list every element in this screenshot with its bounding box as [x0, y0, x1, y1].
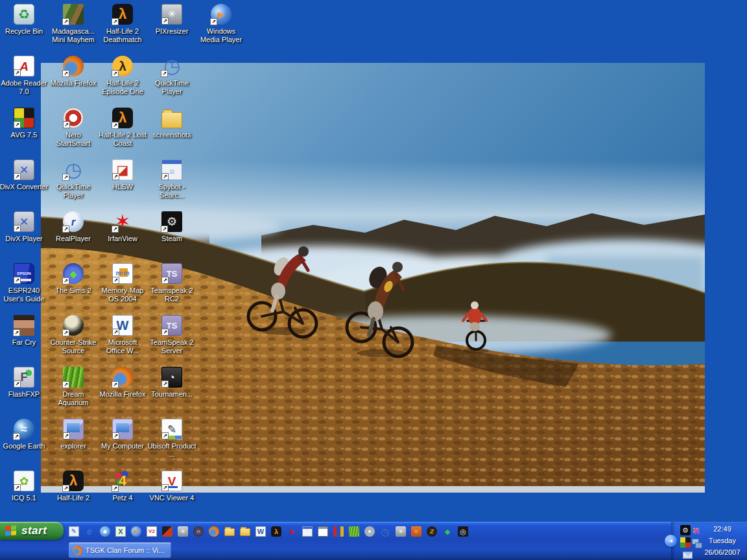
- desktop-icon-pixresizer[interactable]: ✳↗PIXresizer: [147, 4, 196, 36]
- quicklaunch-irfanview-icon[interactable]: ✶: [287, 526, 297, 537]
- shortcut-arrow-icon: ↗: [161, 70, 168, 77]
- desktop-icon-label: HLSW: [112, 183, 133, 191]
- desktop-icon-half-life-2-episode-one[interactable]: λ↗Half-Life 2 Episode One: [98, 56, 147, 96]
- desktop-icon-icq-5-1[interactable]: ✿↗ICQ 5.1: [0, 471, 49, 502]
- quicklaunch-winamp-icon[interactable]: Z: [427, 526, 437, 537]
- desktop-icon-label: Mozilla Firefox: [100, 390, 146, 399]
- desktop-icon-label: The Sims 2: [55, 286, 91, 295]
- desktop-icon-divx-player[interactable]: ✕↗DivX Player: [0, 211, 49, 243]
- tray-avg-icon[interactable]: [680, 537, 691, 548]
- desktop-icon-quicktime-player-2[interactable]: ◷↗QuickTime Player: [147, 56, 196, 96]
- desktop-icon-label: PIXresizer: [156, 27, 189, 36]
- quicklaunch-folder-icon[interactable]: [224, 528, 235, 536]
- shortcut-arrow-icon: ↗: [62, 329, 69, 336]
- desktop-icon-ubisoft-product[interactable]: ✎↗Ubisoft Product ...: [147, 419, 196, 459]
- desktop-icon-my-computer[interactable]: ↗My Computer: [98, 419, 147, 450]
- desktop-icon-label: QuickTime Player: [147, 79, 196, 96]
- quicklaunch-quicktime-icon[interactable]: ◷: [380, 526, 390, 537]
- desktop-icon-adobe-reader[interactable]: A↗Adobe Reader 7.0: [0, 56, 49, 96]
- desktop-icon-quicktime-player[interactable]: ◷↗QuickTime Player: [49, 159, 98, 200]
- desktop-icon-spybot-search[interactable]: ≡↗Spybot - Searc...: [147, 159, 196, 200]
- desktop-icon-half-life-2[interactable]: λ↗Half-Life 2: [49, 471, 98, 502]
- desktop-icon-counter-strike-source[interactable]: ↗Counter-Strike Source: [49, 315, 98, 355]
- desktop-icon-mozilla-firefox-2[interactable]: ↗Mozilla Firefox: [98, 367, 147, 399]
- desktop-icon-dream-aquarium[interactable]: ↗Dream Aquarium: [49, 367, 98, 407]
- quicktime-player-2-icon: ◷↗: [161, 56, 182, 76]
- desktop-icon-tournament[interactable]: ◔↗Tournamen...: [147, 367, 196, 399]
- quicklaunch-half-life-2-icon[interactable]: λ: [271, 526, 281, 537]
- desktop-icon-petz-4[interactable]: 4↗Petz 4: [98, 471, 147, 502]
- quicklaunch-folder-2-icon[interactable]: [240, 528, 250, 536]
- desktop-icon-divx-converter[interactable]: ✕↗DivX Converter: [0, 159, 49, 191]
- desktop-icons-layer: ♻Recycle BinA↗Adobe Reader 7.0↗AVG 7.5✕↗…: [0, 0, 747, 560]
- quicklaunch-powerpoint-icon[interactable]: ○: [411, 526, 421, 537]
- shortcut-arrow-icon: ↗: [112, 329, 119, 336]
- quicklaunch-pixresizer-2-icon[interactable]: ✳: [396, 526, 406, 537]
- tray-mail-envelope-icon[interactable]: [683, 552, 693, 559]
- desktop-icon-far-cry[interactable]: ↗Far Cry: [0, 315, 49, 347]
- quicklaunch-spybot-search-icon[interactable]: [302, 526, 313, 537]
- quicklaunch-word-icon[interactable]: W: [255, 526, 266, 537]
- quicklaunch-windows-media-player-icon[interactable]: ▶: [131, 526, 141, 537]
- shortcut-arrow-icon: ↗: [112, 173, 119, 180]
- desktop-icon-realplayer[interactable]: r↗RealPlayer: [49, 211, 98, 243]
- desktop[interactable]: ♻Recycle BinA↗Adobe Reader 7.0↗AVG 7.5✕↗…: [0, 0, 747, 560]
- quicklaunch-hlsw-icon[interactable]: [162, 526, 172, 537]
- desktop-icon-label: Ubisoft Product ...: [147, 442, 196, 459]
- desktop-icon-flashfxp[interactable]: F↗FlashFXP: [0, 367, 49, 399]
- shortcut-arrow-icon: ↗: [112, 277, 119, 284]
- desktop-icon-the-sims-2[interactable]: ◆↗The Sims 2: [49, 263, 98, 295]
- quicklaunch-firefox-icon[interactable]: [209, 526, 219, 537]
- quicklaunch-internet-explorer-icon[interactable]: e: [84, 526, 95, 537]
- quicklaunch-nero-disc-icon[interactable]: [364, 526, 375, 537]
- desktop-icon-screenshots[interactable]: screenshots: [147, 108, 196, 139]
- desktop-icon-half-life-2-lost-coast[interactable]: λ↗Half-Life 2 Lost Coast: [98, 108, 147, 148]
- desktop-icon-steam[interactable]: ⚙↗Steam: [147, 211, 196, 243]
- desktop-icon-espr240-users-guide[interactable]: EPSON↗ESPR240 User's Guide: [0, 263, 49, 303]
- start-button[interactable]: start: [0, 522, 64, 540]
- quicklaunch-vnc-icon[interactable]: V2: [147, 526, 157, 537]
- desktop-icon-label: screenshots: [152, 131, 191, 139]
- desktop-icon-irfanview[interactable]: ✶↗IrfanView: [98, 211, 147, 243]
- quicklaunch-dream-aquarium-icon[interactable]: [349, 526, 359, 537]
- shortcut-arrow-icon: ↗: [112, 432, 119, 439]
- desktop-icon-avg-7-5[interactable]: ↗AVG 7.5: [0, 108, 49, 139]
- quicklaunch-teamspeak-icon[interactable]: ∩: [193, 526, 204, 537]
- tray-steam-icon[interactable]: ⚙: [680, 525, 691, 535]
- desktop-icon-teamspeak-2-rc2[interactable]: TS↗Teamspeak 2 RC2: [147, 263, 196, 303]
- desktop-icon-half-life-2-deathmatch[interactable]: λ↗Half-Life 2 Deathmatch: [98, 4, 147, 44]
- desktop-icon-microsoft-office-word[interactable]: W↗Microsoft Office W...: [98, 315, 147, 355]
- desktop-icon-label: Half-Life 2 Episode One: [98, 79, 147, 96]
- desktop-icon-explorer[interactable]: ↗explorer: [49, 419, 98, 450]
- desktop-icon-teamspeak-2-server[interactable]: TS↗TeamSpeak 2 Server: [147, 315, 196, 355]
- desktop-icon-mozilla-firefox[interactable]: ↗Mozilla Firefox: [49, 56, 98, 88]
- espr240-users-guide-icon: EPSON↗: [14, 263, 34, 284]
- desktop-icon-nero-startsmart[interactable]: ↗Nero StartSmart: [49, 108, 98, 148]
- shortcut-arrow-icon: ↗: [62, 381, 69, 388]
- desktop-icon-hlsw[interactable]: ◪↗HLSW: [98, 159, 147, 191]
- desktop-icon-madagascar-mini-mayhem[interactable]: ↗Madagasca... Mini Mayhem: [49, 4, 98, 44]
- desktop-icon-recycle-bin[interactable]: ♻Recycle Bin: [0, 4, 49, 36]
- quicklaunch-excel-icon[interactable]: X: [115, 526, 126, 537]
- quicklaunch-show-desktop-icon[interactable]: ✎: [69, 526, 79, 537]
- clock[interactable]: 22:49 Tuesday 26/06/2007: [700, 523, 745, 558]
- desktop-icon-label: FlashFXP: [8, 390, 40, 399]
- quicklaunch-pixresizer-icon[interactable]: ✳: [178, 526, 188, 537]
- quicklaunch-msn-messenger-icon[interactable]: ☻: [100, 526, 110, 537]
- desktop-icon-windows-media-player[interactable]: ▶↗Windows Media Player: [196, 4, 246, 44]
- desktop-icon-memory-map-os-2004[interactable]: m·m↗Memory-Map OS 2004: [98, 263, 147, 303]
- shortcut-arrow-icon: ↗: [63, 432, 70, 439]
- quicklaunch-command-window-icon[interactable]: [318, 526, 328, 537]
- quicklaunch-camera-target-icon[interactable]: ◎: [458, 526, 468, 537]
- tray-collapse-button[interactable]: ◄: [665, 535, 677, 547]
- shortcut-arrow-icon: ↗: [161, 173, 169, 180]
- desktop-icon-vnc-viewer-4[interactable]: V↗VNC Viewer 4: [147, 471, 196, 502]
- desktop-icon-label: AVG 7.5: [11, 131, 38, 139]
- desktop-icon-google-earth[interactable]: ≈↗Google Earth: [0, 419, 49, 450]
- shortcut-arrow-icon: ↗: [63, 121, 70, 128]
- quicklaunch-green-gem-icon[interactable]: ◆: [442, 526, 453, 537]
- task-button-tsgk-clan-forum[interactable]: TSGK Clan Forum :: Vi...: [69, 542, 171, 558]
- shortcut-arrow-icon: ↗: [161, 277, 169, 284]
- shortcut-arrow-icon: ↗: [112, 70, 119, 77]
- quicklaunch-winrar-icon[interactable]: [333, 526, 344, 537]
